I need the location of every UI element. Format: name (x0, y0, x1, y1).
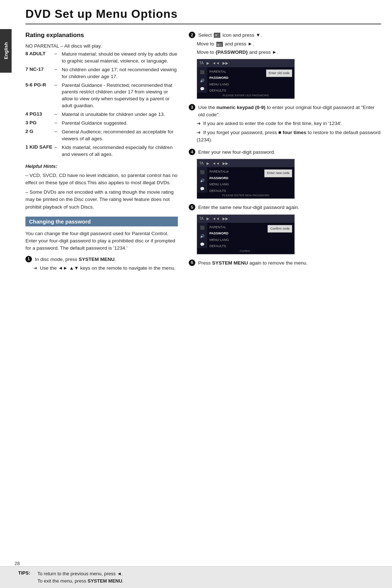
step-1-arrow: ➜ Use the ◄► ▲▼ keys on the remote to na… (33, 265, 178, 272)
table-row: 3 PG – Parental Guidance suggested. (25, 120, 178, 127)
change-password-section: Changing the password You can change the… (25, 217, 178, 272)
icon-2-2: 🔊 (200, 178, 204, 183)
english-tab: English (0, 29, 12, 73)
top-icon-rw-2: ◄◄ (212, 161, 220, 166)
screenshot-dialog-2: Enter new code (264, 169, 292, 177)
step-4-block: 4 Enter your new four-digit password. TA… (189, 149, 381, 199)
menu3-item-lang: MENU LANG (209, 237, 292, 243)
screenshot-top-bar: TA ▶ ◄◄ ▶▶ (197, 59, 294, 67)
rating-desc: Parental Guidance - Restricted; recommen… (62, 82, 178, 110)
top-icon-play: ▶ (207, 60, 209, 66)
rating-label: 1 KID SAFE (25, 144, 54, 158)
step-3-text: Use the numeric keypad (0-9) to enter yo… (198, 104, 381, 119)
change-password-text: You can change the four-digit password u… (25, 230, 178, 252)
rating-desc: Material is unsuitable for children unde… (62, 111, 178, 118)
table-row: 5-6 PG-R – Parental Guidance - Restricte… (25, 82, 178, 110)
step-3-arrow1: ➜ If you are asked to enter the code for… (197, 120, 381, 127)
step-4-header: 4 Enter your new four-digit password. (189, 149, 381, 156)
rating-label: 4 PG13 (25, 111, 54, 118)
icon-3: 💬 (200, 86, 204, 92)
step-5-text: Enter the same new four-digit password a… (198, 204, 299, 211)
top-icon-ff: ▶▶ (222, 60, 228, 66)
step-4-circle: 4 (189, 149, 195, 155)
screenshot-dialog-3: Confirm code (268, 225, 292, 233)
rating-dash: – (54, 51, 62, 65)
step-5-circle: 5 (189, 204, 195, 210)
menu-item-lang: MENU LANG (209, 81, 292, 88)
rating-label: 5-6 PG-R (25, 82, 54, 110)
rating-desc: Kids material; recommended especially fo… (62, 144, 178, 158)
left-column: Rating explanations NO PARENTAL – All di… (25, 32, 178, 275)
icon-1: ⬛ (200, 69, 204, 75)
page-title: DVD Set up Menu Options (25, 7, 381, 24)
top-icon-play-2: ▶ (207, 161, 209, 166)
step-2-line2: Move to and press ►. (197, 40, 381, 48)
icon-3-2: 🔊 (200, 233, 204, 239)
two-column-layout: Rating explanations NO PARENTAL – All di… (25, 32, 381, 275)
icon-2-3: 💬 (200, 186, 204, 192)
no-parental-text: NO PARENTAL – All discs will play. (25, 43, 178, 49)
top-icon-rw: ◄◄ (212, 60, 220, 66)
rating-table: 8 ADULT – Mature material; should be vie… (25, 51, 178, 158)
table-row: 8 ADULT – Mature material; should be vie… (25, 51, 178, 65)
top-icon-ff-2: ▶▶ (222, 161, 228, 166)
step-3-arrow2: ➜ If you forget your password, press ■ f… (197, 129, 381, 144)
screenshot-2-container: TA ▶ ◄◄ ▶▶ ⬛ 🔊 💬 🔒 (197, 159, 381, 199)
step-1-circle: 1 (25, 256, 32, 262)
hint-text-2: – Some DVDs are not encoded with a ratin… (25, 189, 178, 211)
table-row: 2 G – General Audience; recommended as a… (25, 129, 178, 142)
rating-dash: – (54, 120, 62, 127)
top-icon-ta-3: TA (199, 216, 204, 221)
step-5-header: 5 Enter the same new four-digit password… (189, 204, 381, 211)
page-container: English DVD Set up Menu Options Rating e… (0, 0, 392, 588)
rating-section: Rating explanations NO PARENTAL – All di… (25, 32, 178, 211)
screenshot-1-container: TA ▶ ◄◄ ▶▶ ⬛ 🔊 💬 🔒 (197, 59, 381, 99)
rating-desc: General Audience; recommended as accepta… (62, 129, 178, 142)
screenshot-bottom-3: Confirm : (197, 248, 294, 254)
step-1-text: In disc mode, press SYSTEM MENU. (35, 256, 116, 263)
step-2-header: 2 Select icon and press ▼. (189, 32, 381, 39)
svg-rect-4 (217, 44, 219, 46)
rating-dash: – (54, 144, 62, 158)
table-row: 7 NC-17 – No children under age 17; not … (25, 67, 178, 80)
helpful-hints-title: Helpful Hints: (25, 163, 178, 170)
screenshot-2: TA ▶ ◄◄ ▶▶ ⬛ 🔊 💬 🔒 (197, 159, 295, 199)
rating-desc: Mature material; should be viewed only b… (62, 51, 178, 65)
svg-rect-1 (215, 35, 217, 35)
step-6-text: Press SYSTEM MENU again to remove the me… (198, 259, 308, 267)
right-column: 2 Select icon and press ▼. (189, 32, 381, 275)
step-2-text: Select icon and press ▼. (198, 32, 262, 39)
english-tab-label: English (3, 43, 9, 60)
top-icon-ff-3: ▶▶ (222, 216, 228, 221)
icon-2-1: ⬛ (200, 169, 204, 175)
rating-dash: – (54, 129, 62, 142)
step-2-line3: Move to {PASSWORD} and press ►. (197, 49, 381, 56)
screenshot-bottom-1: PLEASE ENTER OLD PASSWORD (197, 93, 294, 98)
svg-rect-2 (215, 36, 217, 36)
table-row: 1 KID SAFE – Kids material; recommended … (25, 144, 178, 158)
tips-label: TIPS: (18, 570, 30, 576)
screenshot-1: TA ▶ ◄◄ ▶▶ ⬛ 🔊 💬 🔒 (197, 59, 295, 99)
step-1-block: 1 In disc mode, press SYSTEM MENU. ➜ Use… (25, 256, 178, 272)
screenshot-3-container: TA ▶ ◄◄ ▶▶ ⬛ 🔊 💬 🔒 (197, 214, 381, 254)
icon-3-3: 💬 (200, 242, 204, 247)
top-icon-ta-2: TA (199, 161, 204, 166)
screenshot-dialog-1: Enter old code (266, 69, 292, 77)
main-content: DVD Set up Menu Options Rating explanati… (15, 0, 392, 290)
tips-text: To return to the previous menu, press ◄.… (37, 570, 123, 584)
step-6-circle: 6 (189, 259, 195, 266)
step-4-text: Enter your new four-digit password. (198, 149, 275, 156)
screenshot-2-top-bar: TA ▶ ◄◄ ▶▶ (197, 159, 294, 167)
tip-2: To exit the menu, press SYSTEM MENU. (37, 577, 123, 585)
rating-desc: No children under age 17; not recommende… (62, 67, 178, 80)
rating-heading: Rating explanations (25, 32, 178, 39)
hint-text-1: – VCD, SVCD, CD have no level indication… (25, 172, 178, 187)
screenshot-3: TA ▶ ◄◄ ▶▶ ⬛ 🔊 💬 🔒 (197, 214, 295, 254)
step-1-header: 1 In disc mode, press SYSTEM MENU. (25, 256, 178, 263)
step-6-block: 6 Press SYSTEM MENU again to remove the … (189, 259, 381, 267)
screenshot-bottom-2: PLEASE ENTER NEW PASSWORD (197, 193, 294, 198)
rating-label: 8 ADULT (25, 51, 54, 65)
step-3-header: 3 Use the numeric keypad (0-9) to enter … (189, 104, 381, 119)
step-3-block: 3 Use the numeric keypad (0-9) to enter … (189, 104, 381, 144)
page-number: 28 (15, 561, 20, 566)
